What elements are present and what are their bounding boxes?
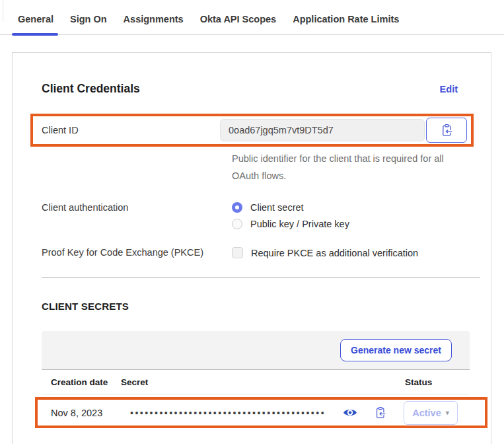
clipboard-copy-icon [375,406,386,419]
column-header-status: Status [405,377,470,387]
option-public-private-key[interactable]: Public key / Private key [232,219,349,229]
clipboard-copy-icon [441,124,453,137]
pkce-row: Proof Key for Code Exchange (PKCE) Requi… [42,247,458,258]
app-tab-bar: General Sign On Assignments Okta API Sco… [0,0,504,35]
pkce-label: Proof Key for Code Exchange (PKCE) [42,247,232,258]
edit-link[interactable]: Edit [440,84,458,94]
client-credentials-header: Client Credentials Edit [42,82,458,96]
reveal-secret-button[interactable] [342,404,359,422]
pkce-option[interactable]: Require PKCE as additional verification [232,247,418,258]
client-secrets-toolbar: Generate new secret [42,331,470,370]
option-public-private-key-label: Public key / Private key [250,219,349,229]
tab-assignments[interactable]: Assignments [124,2,184,34]
secret-status-dropdown[interactable]: Active ▾ [404,401,458,425]
secret-creation-date: Nov 8, 2023 [51,408,130,418]
secret-status-label: Active [412,408,441,418]
option-client-secret-label: Client secret [250,202,304,213]
pkce-option-label: Require PKCE as additional verification [251,248,418,258]
client-id-label: Client ID [42,125,220,135]
generate-new-secret-button[interactable]: Generate new secret [340,339,452,361]
tab-sign-on[interactable]: Sign On [70,2,107,34]
client-authentication-row: Client authentication Client secret Publ… [42,202,458,229]
general-settings-card: Client Credentials Edit Client ID Public… [12,52,491,444]
caret-down-icon: ▾ [446,409,449,416]
copy-secret-button[interactable] [372,404,389,422]
copy-client-id-button[interactable] [426,118,467,143]
checkbox-unchecked-icon[interactable] [232,247,243,258]
radio-selected-icon[interactable] [232,202,242,213]
section-divider [42,277,480,278]
client-secrets-title: CLIENT SECRETS [42,301,458,312]
client-id-highlight-box: Client ID [30,114,474,147]
client-authentication-options: Client secret Public key / Private key [232,202,349,229]
column-header-creation-date: Creation date [42,377,121,387]
tab-application-rate-limits[interactable]: Application Rate Limits [293,2,399,34]
masked-secret-value: •••••••••••••••••••••••••••••••••••••••• [130,408,340,418]
secret-row-highlight-box: Nov 8, 2023 ••••••••••••••••••••••••••••… [35,397,487,428]
tab-okta-api-scopes[interactable]: Okta API Scopes [200,2,277,34]
radio-unselected-icon[interactable] [232,219,242,229]
tab-general[interactable]: General [18,2,54,34]
client-id-value-field[interactable] [220,119,425,141]
client-id-description: Public identifier for the client that is… [232,150,450,184]
option-client-secret[interactable]: Client secret [232,202,349,213]
column-header-secret: Secret [121,377,405,387]
client-authentication-label: Client authentication [42,202,232,229]
client-credentials-title: Client Credentials [42,82,140,96]
secrets-table-header: Creation date Secret Status [42,370,470,395]
eye-icon [343,408,357,418]
